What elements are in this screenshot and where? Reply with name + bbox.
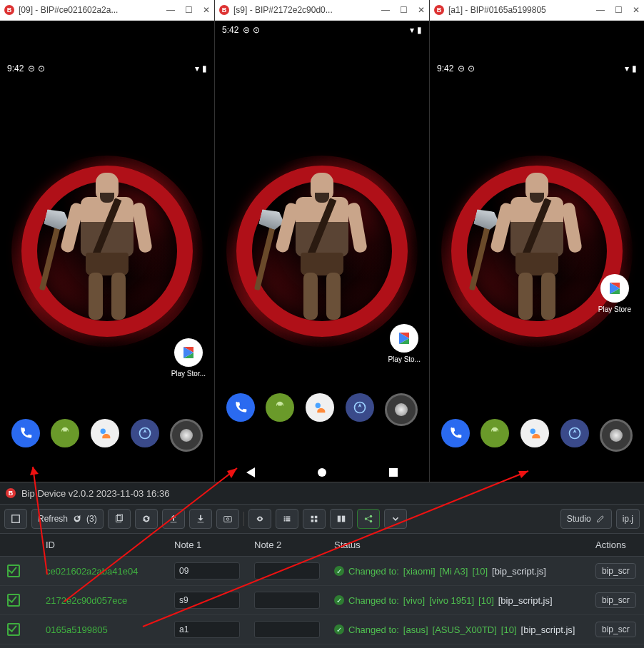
note2-input[interactable] [254, 592, 320, 609]
window-icon: B [4, 5, 14, 15]
titlebar[interactable]: B [s9] - BIP#2172e2c90d0... — ☐ ✕ [215, 0, 429, 21]
close-icon[interactable]: ✕ [633, 5, 640, 15]
window-title: [s9] - BIP#2172e2c90d0... [233, 5, 381, 15]
device-id-link[interactable]: 0165a5199805 [46, 624, 108, 635]
select-none-button[interactable] [4, 509, 27, 529]
more-button[interactable] [384, 509, 407, 529]
status-text: ✓ Changed to: [asus] [ASUS_X00TD] [10] [… [334, 624, 581, 635]
view-button[interactable] [248, 509, 271, 529]
studio-button[interactable]: Studio [560, 509, 612, 529]
window-icon: B [219, 5, 229, 15]
svg-point-4 [530, 429, 535, 434]
upload-button[interactable] [162, 509, 185, 529]
svg-point-13 [364, 517, 367, 520]
phone-app[interactable] [441, 419, 470, 447]
col-status[interactable]: Status [327, 534, 588, 556]
share-button[interactable] [357, 509, 380, 529]
list-button[interactable] [276, 509, 298, 529]
grid-button[interactable] [303, 509, 326, 529]
action-button[interactable]: bip_scr [595, 592, 636, 608]
tile-button[interactable] [330, 509, 353, 529]
window-title: [a1] - BIP#0165a5199805 [448, 5, 596, 15]
titlebar[interactable]: B [09] - BIP#ce021602a2a... — ☐ ✕ [0, 0, 214, 21]
phone-screen[interactable]: 5:42 ⊝ ⊙ ▾ ▮ [215, 21, 429, 482]
minimize-icon[interactable]: — [166, 5, 175, 15]
ok-icon: ✓ [334, 624, 344, 634]
ok-icon: ✓ [334, 595, 344, 605]
col-note2[interactable]: Note 2 [247, 534, 327, 556]
camera-app[interactable] [385, 393, 418, 426]
home-icon[interactable] [318, 468, 326, 477]
phone-window-1: B [s9] - BIP#2172e2c90d0... — ☐ ✕ 5:42 ⊝… [215, 0, 430, 482]
device-id-link[interactable]: ce021602a2aba41e04 [46, 566, 138, 577]
row-checkbox[interactable] [7, 565, 20, 577]
col-note1[interactable]: Note 1 [167, 534, 247, 556]
minimize-icon[interactable]: — [381, 5, 390, 15]
phone-app[interactable] [226, 393, 255, 422]
maximize-icon[interactable]: ☐ [615, 5, 623, 15]
play-store-app[interactable]: Play Stor... [171, 338, 206, 378]
recents-icon[interactable] [389, 468, 398, 477]
kratos-figure [64, 173, 150, 323]
col-id[interactable]: ID [39, 534, 167, 556]
wallpaper [0, 21, 214, 482]
navigate-app[interactable] [346, 393, 374, 422]
copy-button[interactable] [108, 509, 131, 529]
maximize-icon[interactable]: ☐ [185, 5, 193, 15]
ipj-button[interactable]: ip.j [616, 509, 640, 529]
kratos-figure [279, 173, 365, 323]
svg-point-10 [226, 518, 229, 521]
note2-input[interactable] [254, 621, 320, 638]
android-app[interactable] [481, 419, 509, 447]
phone-screen[interactable]: 9:42 ⊝ ⊙ ▾ ▮ [430, 21, 644, 482]
studio-label: Studio [567, 514, 591, 524]
camera-app[interactable] [170, 419, 203, 452]
navigate-app[interactable] [131, 419, 159, 447]
table-row: ce021602a2aba41e04 ✓ Changed to: [xiaomi… [0, 557, 644, 586]
phone-app[interactable] [11, 419, 40, 447]
svg-rect-6 [12, 515, 20, 523]
maximize-icon[interactable]: ☐ [400, 5, 408, 15]
play-store-app[interactable]: Play Sto... [388, 324, 421, 363]
download-button[interactable] [189, 509, 212, 529]
note1-input[interactable] [174, 621, 240, 638]
dock [0, 419, 214, 452]
kratos-figure [494, 173, 580, 323]
device-id-link[interactable]: 2172e2c90d057ece [46, 595, 127, 606]
android-app[interactable] [266, 393, 294, 422]
note2-input[interactable] [254, 562, 320, 579]
wallpaper [430, 21, 644, 482]
phone-screen[interactable]: 9:42 ⊝ ⊙ ▾ ▮ [0, 21, 214, 482]
play-store-icon [390, 324, 418, 353]
close-icon[interactable]: ✕ [203, 5, 210, 15]
dock [215, 393, 429, 426]
android-app[interactable] [51, 419, 79, 447]
row-checkbox[interactable] [7, 594, 20, 607]
table-row: 2172e2c90d057ece ✓ Changed to: [vivo] [v… [0, 586, 644, 615]
action-button[interactable]: bip_scr [595, 563, 636, 579]
refresh-button[interactable]: Refresh (3) [31, 509, 104, 529]
close-icon[interactable]: ✕ [418, 5, 425, 15]
contacts-app[interactable] [306, 393, 334, 422]
svg-rect-12 [342, 516, 345, 522]
refresh2-button[interactable] [135, 509, 158, 529]
device-table: ID Note 1 Note 2 Status Actions ce021602… [0, 534, 644, 648]
minimize-icon[interactable]: — [596, 5, 605, 15]
note1-input[interactable] [174, 562, 240, 579]
back-icon[interactable] [246, 467, 255, 477]
action-button[interactable]: bip_scr [595, 622, 636, 637]
ok-icon: ✓ [334, 566, 344, 576]
status-text: ✓ Changed to: [xiaomi] [Mi A3] [10] [bip… [334, 566, 581, 577]
note1-input[interactable] [174, 592, 240, 609]
phone-window-2: B [a1] - BIP#0165a5199805 — ☐ ✕ 9:42 ⊝ ⊙… [430, 0, 644, 482]
camera-app[interactable] [600, 419, 633, 452]
screenshot-button[interactable] [216, 509, 239, 529]
col-actions[interactable]: Actions [588, 534, 644, 556]
row-checkbox[interactable] [7, 623, 20, 636]
titlebar[interactable]: B [a1] - BIP#0165a5199805 — ☐ ✕ [430, 0, 644, 21]
navigate-app[interactable] [560, 419, 589, 447]
contacts-app[interactable] [91, 419, 119, 447]
svg-point-15 [369, 520, 372, 523]
contacts-app[interactable] [520, 419, 549, 447]
play-store-app[interactable]: Play Store [598, 274, 631, 313]
